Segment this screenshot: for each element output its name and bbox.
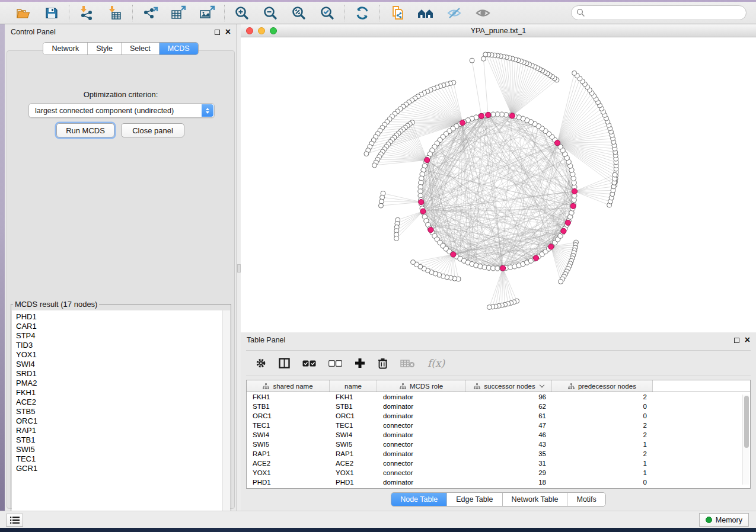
mcds-list-scrollbar[interactable]	[222, 310, 230, 519]
graph-leaf-node[interactable]	[613, 172, 617, 177]
tab-node-table[interactable]: Node Table	[391, 493, 446, 506]
apply-layout-icon[interactable]	[353, 5, 371, 21]
graph-leaf-node[interactable]	[483, 52, 488, 57]
table-row[interactable]: ACE2ACE2connector311	[247, 459, 750, 468]
mcds-node-item[interactable]: PMA2	[16, 379, 222, 388]
graph-mcds-hub-node[interactable]	[554, 140, 560, 146]
graph-leaf-node[interactable]	[378, 203, 383, 208]
graph-leaf-node[interactable]	[411, 260, 416, 265]
first-neighbors-icon[interactable]	[417, 5, 435, 21]
table-scrollbar-thumb[interactable]	[744, 396, 749, 448]
tab-style[interactable]: Style	[87, 43, 121, 55]
float-panel-icon[interactable]	[215, 30, 220, 35]
table-row[interactable]: RAP1RAP1dominator352	[247, 449, 750, 459]
memory-button[interactable]: Memory	[699, 513, 749, 527]
tab-edge-table[interactable]: Edge Table	[446, 493, 502, 506]
import-table-icon[interactable]	[106, 5, 124, 21]
graph-mcds-hub-node[interactable]	[533, 255, 538, 261]
graph-leaf-node[interactable]	[394, 236, 399, 241]
mcds-node-item[interactable]: ACE2	[16, 398, 222, 407]
column-header-shared-name[interactable]: shared name	[247, 380, 330, 392]
search-input[interactable]	[588, 9, 741, 17]
trash-icon[interactable]	[378, 358, 388, 369]
mcds-node-item[interactable]: FKH1	[16, 388, 222, 398]
select-all-icon[interactable]	[302, 360, 316, 367]
graph-leaf-node[interactable]	[481, 56, 486, 61]
mcds-node-item[interactable]: RAP1	[16, 426, 222, 435]
graph-mcds-hub-node[interactable]	[570, 203, 576, 209]
graph-mcds-hub-node[interactable]	[451, 252, 456, 257]
table-row[interactable]: SWI4SWI4dominator462	[247, 430, 750, 440]
graph-mcds-hub-node[interactable]	[479, 113, 484, 118]
mcds-node-item[interactable]: SWI5	[16, 445, 222, 454]
mcds-node-item[interactable]: TID3	[16, 341, 222, 350]
run-mcds-button[interactable]: Run MCDS	[56, 123, 114, 137]
zoom-in-icon[interactable]	[233, 5, 251, 21]
column-header-name[interactable]: name	[330, 380, 377, 392]
graph-mcds-hub-node[interactable]	[428, 227, 433, 232]
graph-mcds-hub-node[interactable]	[565, 220, 570, 225]
mcds-node-item[interactable]: GCR1	[16, 464, 222, 473]
column-header-mcds-role[interactable]: MCDS role	[377, 380, 466, 392]
table-row[interactable]: YOX1YOX1connector291	[247, 468, 750, 477]
graph-mcds-hub-node[interactable]	[486, 112, 491, 117]
table-row[interactable]: STB1STB1dominator620	[247, 402, 750, 411]
open-file-icon[interactable]	[14, 5, 32, 21]
zoom-selected-icon[interactable]	[318, 5, 336, 21]
tab-select[interactable]: Select	[121, 43, 159, 55]
import-network-icon[interactable]	[78, 5, 95, 21]
table-row[interactable]: TEC1TEC1connector472	[247, 421, 750, 430]
close-panel-icon[interactable]: ×	[745, 337, 750, 343]
mcds-node-item[interactable]: PHD1	[16, 312, 222, 322]
tab-network-table[interactable]: Network Table	[502, 493, 567, 506]
graph-leaf-node[interactable]	[572, 70, 577, 75]
close-panel-button[interactable]: Close panel	[121, 123, 184, 137]
save-session-icon[interactable]	[43, 5, 60, 21]
tab-network[interactable]: Network	[43, 43, 87, 55]
show-all-icon[interactable]	[474, 5, 492, 21]
mcds-node-item[interactable]: STP4	[16, 331, 222, 341]
search-box[interactable]	[571, 5, 747, 20]
table-row[interactable]: ORC1ORC1dominator610	[247, 411, 750, 421]
gear-icon[interactable]	[256, 358, 266, 368]
graph-mcds-hub-node[interactable]	[572, 188, 577, 194]
table-row[interactable]: SWI5SWI5connector431	[247, 440, 750, 449]
table-scrollbar[interactable]	[742, 395, 749, 485]
graph-mcds-hub-node[interactable]	[420, 209, 426, 214]
export-network-icon[interactable]	[141, 5, 159, 21]
optimization-criterion-select[interactable]: largest connected component (undirected)	[28, 103, 215, 118]
mcds-node-item[interactable]: SWI4	[16, 360, 222, 369]
network-window-titlebar[interactable]: YPA_prune.txt_1	[241, 24, 756, 37]
mcds-node-item[interactable]: CAR1	[16, 322, 222, 331]
table-row[interactable]: FKH1FKH1dominator962	[247, 392, 750, 402]
column-header-predecessor-nodes[interactable]: predecessor nodes	[552, 380, 653, 392]
task-history-button[interactable]	[6, 514, 23, 527]
mcds-node-item[interactable]: YOX1	[16, 350, 222, 360]
zoom-fit-icon[interactable]	[290, 5, 308, 21]
mcds-node-item[interactable]: SRD1	[16, 369, 222, 379]
duplicate-network-icon[interactable]	[388, 5, 406, 21]
float-panel-icon[interactable]	[734, 338, 739, 343]
export-table-icon[interactable]	[170, 5, 187, 21]
mcds-node-item[interactable]: STB5	[16, 407, 222, 416]
graph-mcds-hub-node[interactable]	[548, 244, 554, 249]
graph-mcds-hub-node[interactable]	[509, 113, 515, 118]
graph-leaf-node[interactable]	[487, 305, 492, 310]
graph-leaf-node[interactable]	[372, 163, 377, 168]
add-row-icon[interactable]	[355, 358, 365, 368]
export-image-icon[interactable]	[198, 5, 216, 21]
zoom-out-icon[interactable]	[261, 5, 279, 21]
graph-leaf-node[interactable]	[559, 279, 563, 284]
show-columns-icon[interactable]	[279, 358, 290, 368]
close-panel-icon[interactable]: ×	[225, 29, 231, 35]
table-row[interactable]: PHD1PHD1dominator180	[247, 477, 750, 487]
graph-leaf-node[interactable]	[470, 58, 474, 63]
graph-leaf-node[interactable]	[364, 152, 369, 156]
deselect-all-icon[interactable]	[328, 360, 342, 367]
column-header-successor-nodes[interactable]: successor nodes	[466, 380, 552, 392]
graph-mcds-hub-node[interactable]	[419, 199, 424, 204]
network-graph-canvas[interactable]	[241, 37, 756, 332]
mcds-node-item[interactable]: TEC1	[16, 454, 222, 464]
mcds-node-item[interactable]: ORC1	[16, 416, 222, 426]
mcds-result-list[interactable]: PHD1CAR1STP4TID3YOX1SWI4SRD1PMA2FKH1ACE2…	[12, 310, 222, 519]
